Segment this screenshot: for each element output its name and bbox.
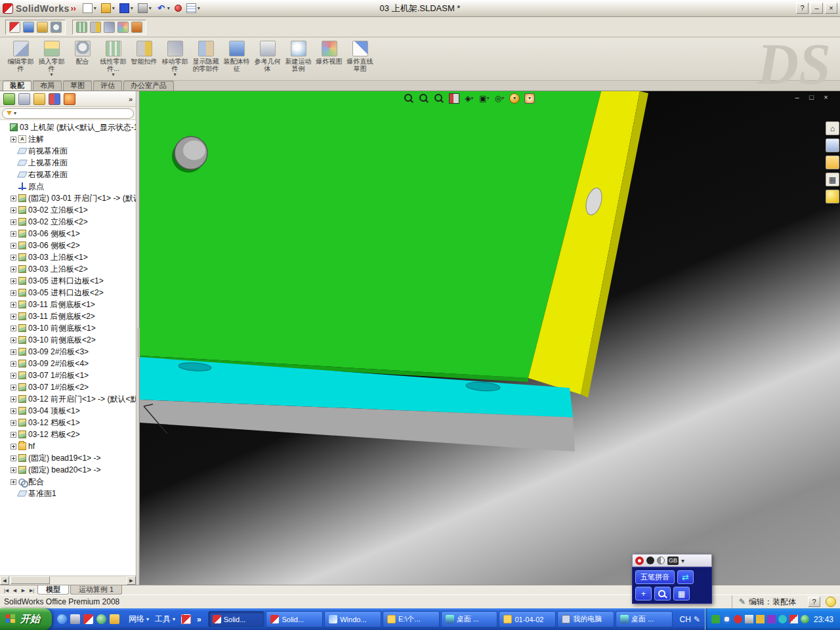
tree-item[interactable]: 03-05 进料口边板<1>	[0, 275, 136, 287]
view-settings-icon[interactable]	[524, 93, 535, 104]
panel-more-button[interactable]: »	[129, 95, 133, 103]
ime-add-icon[interactable]: +	[635, 587, 652, 600]
ime-logo-icon[interactable]	[635, 556, 644, 565]
dropdown-caret-icon[interactable]	[173, 72, 176, 77]
expander-icon[interactable]	[10, 432, 16, 438]
expander-icon[interactable]	[10, 266, 16, 272]
taskbar-window-button[interactable]: 01-04-02	[499, 611, 556, 627]
dropdown-caret-icon[interactable]	[50, 72, 52, 77]
tree-item[interactable]: 03-03 上沿板<1>	[0, 251, 136, 263]
command-button[interactable]: 参考几何体	[252, 39, 283, 80]
tray-icon[interactable]	[778, 615, 787, 623]
expander-icon[interactable]	[10, 207, 16, 213]
solidworks-resources-icon[interactable]: ⌂	[826, 121, 839, 135]
tree-item[interactable]: 03-06 侧板<1>	[0, 228, 136, 240]
dimxpert-icon[interactable]	[49, 93, 60, 105]
dropdown-caret-icon[interactable]	[149, 6, 152, 11]
hide-show-items-icon[interactable]: ◎	[494, 93, 505, 104]
quick-launch-icon[interactable]	[83, 614, 93, 624]
scrollbar-track[interactable]	[9, 576, 127, 585]
file-explorer-icon[interactable]	[826, 156, 839, 169]
smart-fasteners-icon[interactable]	[90, 22, 101, 33]
design-library-icon[interactable]	[826, 138, 839, 152]
configuration-manager-icon[interactable]	[33, 93, 45, 105]
solidworks-taskbar-icon[interactable]	[181, 614, 191, 624]
expander-icon[interactable]	[10, 219, 16, 225]
taskbar-window-button[interactable]: 桌面 ...	[616, 611, 673, 627]
tree-item[interactable]: hf	[0, 440, 136, 452]
ime-keyboard-icon[interactable]: ▦	[673, 587, 690, 600]
appearances-icon[interactable]	[826, 190, 839, 203]
ime-halfwidth-icon[interactable]	[657, 556, 665, 564]
dropdown-caret-icon[interactable]	[146, 617, 149, 622]
zoom-in-out-icon[interactable]	[434, 93, 444, 104]
expander-icon[interactable]	[10, 349, 16, 355]
tree-item[interactable]: 03-11 后侧底板<2>	[0, 310, 136, 322]
taskbar-window-button[interactable]: 我的电脑	[557, 611, 614, 627]
scroll-left-button[interactable]: ◀	[0, 576, 9, 585]
exploded-view-icon[interactable]	[117, 22, 129, 33]
tree-item[interactable]: 03-06 侧板<2>	[0, 240, 136, 251]
record-macro-icon[interactable]	[175, 5, 182, 12]
document-minimize-button[interactable]: –	[792, 93, 802, 102]
quick-launch-icon[interactable]	[96, 614, 106, 624]
quick-launch-icon[interactable]	[110, 614, 119, 624]
command-button[interactable]: 装配体特征	[221, 39, 252, 80]
dropdown-caret-icon[interactable]	[14, 111, 16, 116]
tree-item[interactable]: 03-07 1#沿板<2>	[0, 381, 136, 393]
expander-icon[interactable]	[10, 326, 16, 331]
command-button[interactable]: 线性零部件...	[98, 39, 129, 80]
tree-item[interactable]: 03-12 档板<1>	[0, 417, 136, 429]
tree-item[interactable]: 原点	[0, 180, 136, 192]
insert-component-icon[interactable]	[37, 22, 48, 33]
tray-icon[interactable]	[789, 615, 798, 623]
tree-item[interactable]: (固定) bead19<1> ->	[0, 452, 136, 464]
minimize-button[interactable]: –	[810, 3, 823, 14]
tree-item[interactable]: 03-02 立沿板<1>	[0, 204, 136, 216]
tree-item[interactable]: 注解	[0, 133, 136, 145]
dropdown-caret-icon[interactable]	[528, 96, 531, 101]
tab-nav-button[interactable]: ▶|	[28, 586, 36, 595]
command-manager-tab[interactable]: 草图	[63, 81, 92, 91]
tray-icon[interactable]	[723, 615, 731, 623]
ime-gb-icon[interactable]: GB	[667, 556, 679, 565]
expander-icon[interactable]	[10, 278, 16, 284]
taskbar-window-button[interactable]: 桌面 ...	[441, 611, 498, 627]
tree-item[interactable]: 前视基准面	[0, 145, 136, 157]
command-button[interactable]: 配合	[67, 39, 98, 80]
expander-icon[interactable]	[10, 314, 16, 320]
view-palette-icon[interactable]: ▦	[826, 173, 839, 186]
tree-item[interactable]: 03-09 2#沿板<3>	[0, 346, 136, 358]
command-button[interactable]: 移动零部件	[159, 39, 190, 80]
tray-icon[interactable]	[801, 615, 809, 623]
command-manager-tab[interactable]: 办公室产品	[123, 81, 174, 91]
display-manager-icon[interactable]	[64, 93, 75, 105]
command-manager-tab[interactable]: 评估	[93, 81, 122, 91]
expander-icon[interactable]	[10, 373, 16, 379]
tip-of-day-icon[interactable]	[826, 597, 836, 607]
taskbar-window-button[interactable]: Windo...	[324, 611, 381, 627]
dropdown-caret-icon[interactable]	[131, 6, 133, 11]
model-tab[interactable]: 模型	[37, 585, 69, 595]
tree-item[interactable]: 03-10 前侧底板<2>	[0, 334, 136, 346]
tree-item[interactable]: 03-12 档板<2>	[0, 429, 136, 440]
ime-caret-icon[interactable]: ▾	[681, 557, 684, 564]
expander-icon[interactable]	[10, 290, 16, 296]
taskbar-window-button[interactable]: E:\个...	[383, 611, 440, 627]
open-icon[interactable]	[101, 3, 115, 13]
language-indicator[interactable]: CH ✎	[675, 615, 705, 624]
expander-icon[interactable]	[10, 231, 16, 237]
help-button[interactable]: ?	[796, 3, 808, 14]
quick-launch-icon[interactable]	[57, 614, 67, 624]
expander-icon[interactable]	[10, 361, 16, 367]
model-tab[interactable]: 运动算例 1	[70, 585, 122, 595]
dropdown-caret-icon[interactable]	[198, 6, 200, 11]
ime-mode-icon[interactable]	[646, 556, 654, 564]
expander-icon[interactable]	[10, 479, 16, 485]
options-icon[interactable]	[186, 3, 200, 13]
interference-detection-icon[interactable]	[131, 22, 142, 33]
quick-launch-icon[interactable]	[70, 614, 80, 624]
command-button[interactable]: 编辑零部件	[5, 39, 36, 80]
mate-icon[interactable]	[51, 22, 62, 33]
tree-item[interactable]: (固定) bead20<1> ->	[0, 464, 136, 476]
